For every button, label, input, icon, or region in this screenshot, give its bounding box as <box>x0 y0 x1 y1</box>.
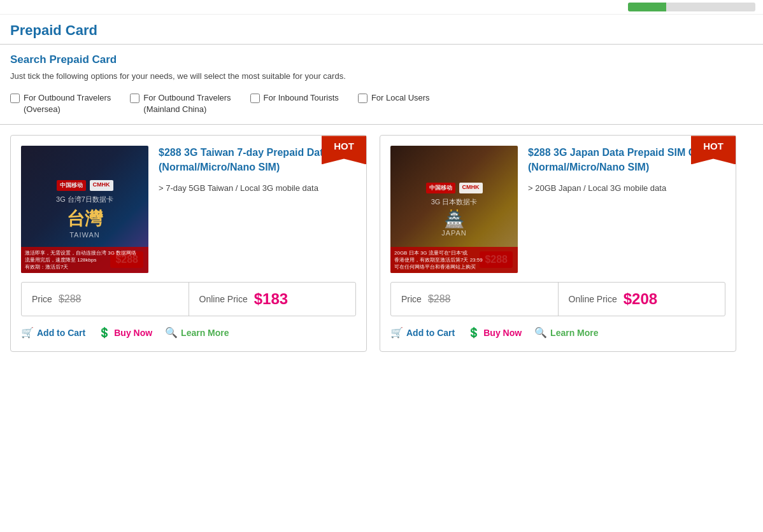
brand-logos-japan: 中国移动 CMHK <box>426 183 483 193</box>
product-top-japan: 中国移动 CMHK 3G 日本数据卡 🏯 JAPAN $288 20GB 日本 … <box>390 146 725 273</box>
sim-text-overlay-taiwan: 激活即享，无需设置，自动连接台湾 3G 数据网络 流量用完后，速度降至 128k… <box>21 247 148 274</box>
buy-now-button-japan[interactable]: 💲 Buy Now <box>467 326 522 339</box>
price-online-taiwan: $183 <box>254 290 288 308</box>
checkbox-outbound-mainland[interactable] <box>130 94 139 103</box>
price-row-japan: Price $288 Online Price $208 <box>390 282 725 316</box>
learn-more-button-japan[interactable]: 🔍 Learn More <box>534 326 598 339</box>
product-info-japan: $288 3G Japan Data Prepaid SIM Card (Nor… <box>528 146 725 273</box>
top-bar <box>0 0 763 15</box>
sim-subtitle-jp: 3G 日本数据卡 <box>431 197 478 207</box>
action-row-taiwan: 🛒 Add to Cart 💲 Buy Now 🔍 Learn More <box>21 324 356 341</box>
cart-icon-japan: 🛒 <box>390 326 403 339</box>
search-icon-japan: 🔍 <box>534 326 547 339</box>
product-feature-japan: > 20GB Japan / Local 3G mobile data <box>528 182 725 195</box>
checkbox-inbound-tourists[interactable] <box>250 94 260 103</box>
search-description: Just tick the following options for your… <box>10 71 753 81</box>
filter-outbound-mainland[interactable]: For Outbound Travelers(Mainland China) <box>130 92 231 115</box>
price-cell-online-taiwan: Online Price $183 <box>189 283 356 316</box>
filter-label-inbound-tourists: For Inbound Tourists <box>264 92 339 104</box>
sim-text-overlay-japan: 20GB 日本 3G 流量可在"日本"或 香港使用，有效期至激活后第7天 23:… <box>390 247 518 274</box>
add-to-cart-button-japan[interactable]: 🛒 Add to Cart <box>390 326 455 339</box>
cart-icon-taiwan: 🛒 <box>21 326 34 339</box>
progress-bar-fill <box>628 3 666 11</box>
product-image-japan: 中国移动 CMHK 3G 日本数据卡 🏯 JAPAN $288 20GB 日本 … <box>390 146 518 273</box>
sim-card-graphic-taiwan: 中国移动 CMHK 3G 台湾7日数据卡 台灣 TAIWAN $288 激活即享… <box>21 146 148 273</box>
add-to-cart-button-taiwan[interactable]: 🛒 Add to Cart <box>21 326 85 339</box>
search-title: Search Prepaid Card <box>10 53 753 66</box>
learn-more-label-taiwan: Learn More <box>181 328 229 338</box>
price-cell-original-japan: Price $288 <box>391 283 559 316</box>
dollar-icon-japan: 💲 <box>467 326 480 339</box>
progress-bar-container <box>628 3 755 11</box>
buy-now-button-taiwan[interactable]: 💲 Buy Now <box>98 326 152 339</box>
japan-english: JAPAN <box>441 229 467 237</box>
products-section: HOT 中国移动 CMHK 3G 台湾7日数据卡 台灣 TAIWAN $288 … <box>0 125 763 362</box>
checkbox-local-users[interactable] <box>358 94 367 103</box>
page-title: Prepaid Card <box>10 22 753 39</box>
price-row-taiwan: Price $288 Online Price $183 <box>21 282 356 316</box>
brand-logo-cmhk: CMHK <box>90 180 113 191</box>
online-price-label-taiwan: Online Price <box>199 294 248 304</box>
brand-logo-china-mobile-jp: 中国移动 <box>426 183 455 193</box>
add-to-cart-label-japan: Add to Cart <box>406 328 455 338</box>
search-section: Search Prepaid Card Just tick the follow… <box>0 45 763 125</box>
product-feature-taiwan: > 7-day 5GB Taiwan / Local 3G mobile dat… <box>159 182 356 195</box>
action-row-japan: 🛒 Add to Cart 💲 Buy Now 🔍 Learn More <box>390 324 725 341</box>
buy-now-label-japan: Buy Now <box>483 328 522 338</box>
taiwan-label: 台灣 <box>67 207 103 231</box>
product-info-taiwan: $288 3G Taiwan 7-day Prepaid Data Card (… <box>159 146 356 273</box>
learn-more-button-taiwan[interactable]: 🔍 Learn More <box>165 326 229 339</box>
checkbox-outbound-oversea[interactable] <box>10 94 20 103</box>
product-image-taiwan: 中国移动 CMHK 3G 台湾7日数据卡 台灣 TAIWAN $288 激活即享… <box>21 146 148 273</box>
price-cell-online-japan: Online Price $208 <box>559 283 725 316</box>
price-original-japan: $288 <box>428 293 451 305</box>
buy-now-label-taiwan: Buy Now <box>114 328 152 338</box>
brand-logo-china-mobile: 中国移动 <box>57 180 86 191</box>
taiwan-english: TAIWAN <box>69 231 100 239</box>
price-label-japan: Price <box>401 294 422 304</box>
sim-subtitle: 3G 台湾7日数据卡 <box>56 195 113 204</box>
product-card-japan: HOT 中国移动 CMHK 3G 日本数据卡 🏯 JAPAN $288 20GB… <box>380 135 736 352</box>
price-original-taiwan: $288 <box>59 293 82 305</box>
price-label-taiwan: Price <box>32 294 52 304</box>
filter-local-users[interactable]: For Local Users <box>358 92 430 115</box>
price-online-japan: $208 <box>624 290 657 308</box>
product-top-taiwan: 中国移动 CMHK 3G 台湾7日数据卡 台灣 TAIWAN $288 激活即享… <box>21 146 356 273</box>
product-card-taiwan: HOT 中国移动 CMHK 3G 台湾7日数据卡 台灣 TAIWAN $288 … <box>10 135 367 352</box>
dollar-icon-taiwan: 💲 <box>98 326 111 339</box>
filter-label-outbound-oversea: For Outbound Travelers(Oversea) <box>24 92 111 115</box>
japan-label: 🏯 <box>444 209 464 229</box>
learn-more-label-japan: Learn More <box>550 328 598 338</box>
search-icon-taiwan: 🔍 <box>165 326 178 339</box>
filter-outbound-oversea[interactable]: For Outbound Travelers(Oversea) <box>10 92 111 115</box>
add-to-cart-label-taiwan: Add to Cart <box>37 328 85 338</box>
brand-logo-cmhk-jp: CMHK <box>459 183 483 193</box>
brand-logos-taiwan: 中国移动 CMHK <box>57 180 113 191</box>
page-header: Prepaid Card <box>0 15 763 45</box>
filter-label-outbound-mainland: For Outbound Travelers(Mainland China) <box>143 92 231 115</box>
online-price-label-japan: Online Price <box>569 294 617 304</box>
filter-row: For Outbound Travelers(Oversea) For Outb… <box>10 90 753 118</box>
filter-inbound-tourists[interactable]: For Inbound Tourists <box>250 92 339 115</box>
filter-label-local-users: For Local Users <box>371 92 430 104</box>
price-cell-original-taiwan: Price $288 <box>22 283 189 316</box>
sim-card-graphic-japan: 中国移动 CMHK 3G 日本数据卡 🏯 JAPAN $288 20GB 日本 … <box>390 146 518 273</box>
